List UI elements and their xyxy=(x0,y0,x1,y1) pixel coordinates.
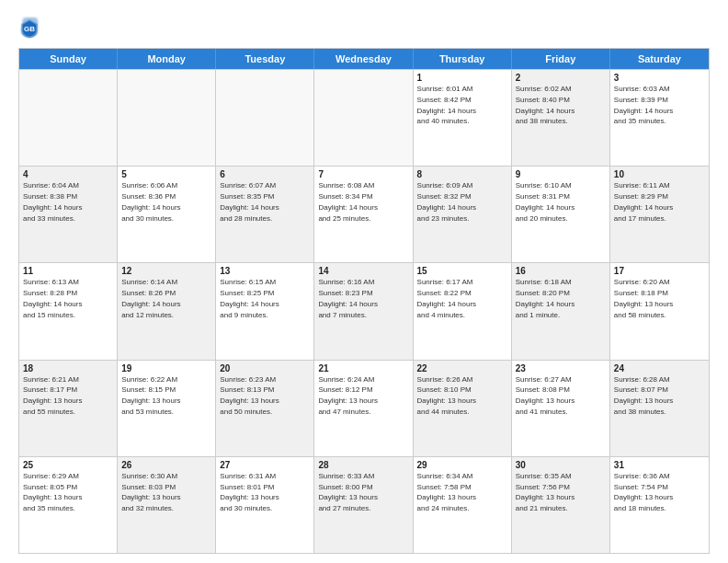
day-number: 25 xyxy=(23,460,113,470)
cell-info-line: Sunrise: 6:33 AM xyxy=(318,472,408,482)
cell-info-line: and 12 minutes. xyxy=(121,311,211,321)
cell-info-line: Daylight: 14 hours xyxy=(516,203,606,213)
cell-info-line: and 7 minutes. xyxy=(318,311,408,321)
day-number: 22 xyxy=(417,363,507,373)
cell-info-line: Daylight: 13 hours xyxy=(417,493,507,503)
day-number: 28 xyxy=(318,460,408,470)
weekday-header-tuesday: Tuesday xyxy=(216,49,314,69)
cell-info-line: Daylight: 14 hours xyxy=(220,300,310,310)
cell-info-line: and 9 minutes. xyxy=(220,311,310,321)
svg-text:GB: GB xyxy=(24,25,35,33)
day-number: 11 xyxy=(23,266,113,276)
day-number: 3 xyxy=(614,73,705,83)
cell-info-line: Daylight: 14 hours xyxy=(318,300,408,310)
cell-info-line: Daylight: 14 hours xyxy=(318,203,408,213)
cell-info-line: Sunrise: 6:26 AM xyxy=(417,375,507,385)
cell-info-line: Sunset: 8:34 PM xyxy=(318,192,408,202)
cell-info-line: Sunrise: 6:17 AM xyxy=(417,278,507,288)
day-number: 9 xyxy=(516,169,606,179)
cell-info-line: Sunset: 8:39 PM xyxy=(614,96,705,106)
day-number: 18 xyxy=(23,363,113,373)
cell-info-line: Daylight: 13 hours xyxy=(121,396,211,407)
cell-info-line: and 41 minutes. xyxy=(516,408,606,418)
calendar-cell-30: 30Sunrise: 6:35 AMSunset: 7:56 PMDayligh… xyxy=(512,457,610,553)
day-number: 31 xyxy=(614,460,705,470)
cell-info-line: Sunset: 8:38 PM xyxy=(23,192,113,202)
calendar-cell-12: 12Sunrise: 6:14 AMSunset: 8:26 PMDayligh… xyxy=(118,263,216,359)
cell-info-line: Sunrise: 6:06 AM xyxy=(121,181,211,191)
cell-info-line: and 38 minutes. xyxy=(614,408,705,418)
cell-info-line: Daylight: 14 hours xyxy=(121,300,211,310)
day-number: 10 xyxy=(614,169,705,179)
day-number: 17 xyxy=(614,266,705,276)
day-number: 29 xyxy=(417,460,507,470)
day-number: 21 xyxy=(318,363,408,373)
cell-info-line: Sunset: 8:36 PM xyxy=(121,192,211,202)
calendar-cell-14: 14Sunrise: 6:16 AMSunset: 8:23 PMDayligh… xyxy=(314,263,413,359)
cell-info-line: and 30 minutes. xyxy=(220,504,310,514)
calendar-cell-19: 19Sunrise: 6:22 AMSunset: 8:15 PMDayligh… xyxy=(118,361,216,456)
cell-info-line: Daylight: 13 hours xyxy=(614,396,705,407)
cell-info-line: and 25 minutes. xyxy=(318,214,408,224)
cell-info-line: Sunrise: 6:20 AM xyxy=(614,278,705,288)
calendar-cell-empty-0-2 xyxy=(216,70,314,166)
day-number: 27 xyxy=(220,460,310,470)
cell-info-line: Sunrise: 6:24 AM xyxy=(318,375,408,385)
cell-info-line: Sunrise: 6:16 AM xyxy=(318,278,408,288)
cell-info-line: Daylight: 13 hours xyxy=(220,493,310,503)
cell-info-line: Daylight: 13 hours xyxy=(318,396,408,407)
cell-info-line: Sunset: 8:35 PM xyxy=(220,192,310,202)
cell-info-line: Sunset: 8:31 PM xyxy=(516,192,606,202)
day-number: 16 xyxy=(516,266,606,276)
cell-info-line: Sunset: 8:22 PM xyxy=(417,289,507,299)
cell-info-line: Sunrise: 6:07 AM xyxy=(220,181,310,191)
cell-info-line: Sunset: 7:54 PM xyxy=(614,483,705,493)
calendar-cell-24: 24Sunrise: 6:28 AMSunset: 8:07 PMDayligh… xyxy=(610,361,709,456)
cell-info-line: Daylight: 13 hours xyxy=(23,396,113,407)
calendar-cell-23: 23Sunrise: 6:27 AMSunset: 8:08 PMDayligh… xyxy=(512,361,610,456)
cell-info-line: Sunrise: 6:03 AM xyxy=(614,85,705,95)
cell-info-line: Daylight: 14 hours xyxy=(23,203,113,213)
cell-info-line: Daylight: 13 hours xyxy=(417,396,507,407)
cell-info-line: Sunrise: 6:27 AM xyxy=(516,375,606,385)
cell-info-line: Sunrise: 6:18 AM xyxy=(516,278,606,288)
cell-info-line: Sunset: 8:00 PM xyxy=(318,483,408,493)
calendar-row-1: 4Sunrise: 6:04 AMSunset: 8:38 PMDaylight… xyxy=(19,166,709,262)
cell-info-line: Sunrise: 6:08 AM xyxy=(318,181,408,191)
cell-info-line: and 40 minutes. xyxy=(417,117,507,127)
calendar-cell-2: 2Sunrise: 6:02 AMSunset: 8:40 PMDaylight… xyxy=(512,70,610,166)
day-number: 12 xyxy=(121,266,211,276)
cell-info-line: Daylight: 13 hours xyxy=(614,493,705,503)
cell-info-line: Daylight: 14 hours xyxy=(614,107,705,117)
cell-info-line: Sunrise: 6:02 AM xyxy=(516,85,606,95)
cell-info-line: Daylight: 14 hours xyxy=(417,300,507,310)
cell-info-line: and 18 minutes. xyxy=(614,504,705,514)
calendar-cell-20: 20Sunrise: 6:23 AMSunset: 8:13 PMDayligh… xyxy=(216,361,314,456)
calendar-cell-13: 13Sunrise: 6:15 AMSunset: 8:25 PMDayligh… xyxy=(216,263,314,359)
day-number: 15 xyxy=(417,266,507,276)
weekday-header-saturday: Saturday xyxy=(610,49,709,69)
calendar-cell-empty-0-3 xyxy=(314,70,413,166)
cell-info-line: and 30 minutes. xyxy=(121,214,211,224)
cell-info-line: Daylight: 13 hours xyxy=(318,493,408,503)
cell-info-line: Sunset: 8:32 PM xyxy=(417,192,507,202)
cell-info-line: and 27 minutes. xyxy=(318,504,408,514)
calendar: SundayMondayTuesdayWednesdayThursdayFrid… xyxy=(18,48,710,554)
cell-info-line: and 38 minutes. xyxy=(516,117,606,127)
cell-info-line: and 15 minutes. xyxy=(23,311,113,321)
cell-info-line: Sunset: 8:42 PM xyxy=(417,96,507,106)
cell-info-line: Daylight: 14 hours xyxy=(220,203,310,213)
calendar-row-4: 25Sunrise: 6:29 AMSunset: 8:05 PMDayligh… xyxy=(19,456,709,553)
cell-info-line: Sunrise: 6:23 AM xyxy=(220,375,310,385)
cell-info-line: Sunrise: 6:30 AM xyxy=(121,472,211,482)
day-number: 24 xyxy=(614,363,705,373)
day-number: 23 xyxy=(516,363,606,373)
cell-info-line: Sunrise: 6:34 AM xyxy=(417,472,507,482)
cell-info-line: Sunset: 8:18 PM xyxy=(614,289,705,299)
calendar-cell-9: 9Sunrise: 6:10 AMSunset: 8:31 PMDaylight… xyxy=(512,167,610,262)
cell-info-line: and 50 minutes. xyxy=(220,408,310,418)
cell-info-line: Sunset: 8:13 PM xyxy=(220,385,310,396)
cell-info-line: Daylight: 13 hours xyxy=(516,396,606,407)
weekday-header-thursday: Thursday xyxy=(414,49,512,69)
cell-info-line: Sunrise: 6:29 AM xyxy=(23,472,113,482)
